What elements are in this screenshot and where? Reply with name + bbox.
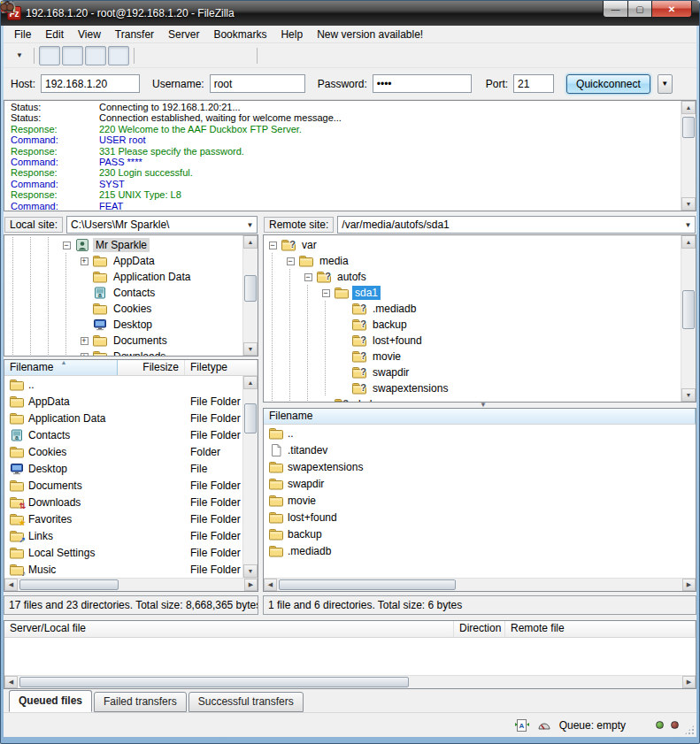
menu-item-transfer[interactable]: Transfer bbox=[108, 27, 161, 42]
local-file-row-cookies[interactable]: CookiesFolder bbox=[4, 443, 242, 460]
local-list-scroll-thumb[interactable] bbox=[244, 403, 257, 433]
toolbar-synchronized-browsing-button[interactable] bbox=[308, 46, 329, 65]
password-input[interactable] bbox=[373, 74, 472, 93]
host-input[interactable] bbox=[41, 74, 140, 93]
tree-expander-minus[interactable]: − bbox=[317, 289, 335, 297]
remote-tree-item-swapdir[interactable]: ?swapdir bbox=[264, 364, 681, 380]
tree-expander-plus[interactable]: + bbox=[75, 337, 93, 345]
column-header-server-local-file[interactable]: Server/Local file bbox=[4, 621, 454, 637]
local-list-hscroll-thumb[interactable] bbox=[19, 579, 119, 590]
remote-tree-item-movie[interactable]: ?movie bbox=[264, 349, 681, 364]
tree-expander-minus[interactable]: − bbox=[58, 242, 75, 249]
scroll-up-icon[interactable]: ▲ bbox=[243, 235, 258, 249]
menu-item-view[interactable]: View bbox=[71, 27, 108, 42]
scroll-down-icon[interactable]: ▼ bbox=[681, 388, 696, 402]
scroll-down-icon[interactable]: ▼ bbox=[681, 197, 696, 211]
toolbar-find-files-button[interactable] bbox=[331, 46, 352, 65]
menu-item-help[interactable]: Help bbox=[273, 27, 310, 42]
scroll-left-icon[interactable]: ◀ bbox=[4, 579, 18, 591]
local-file-row-appdata[interactable]: AppDataFile Folder bbox=[4, 393, 242, 410]
local-file-row-favorites[interactable]: ★FavoritesFile Folder bbox=[4, 510, 242, 527]
remote-tree-item-autofs[interactable]: −?autofs bbox=[264, 269, 681, 285]
remote-tree-item-lost-found[interactable]: ?lost+found bbox=[264, 333, 681, 349]
remote-file-row-titandev[interactable]: .titandev bbox=[264, 441, 696, 458]
local-site-combo[interactable]: C:\Users\Mr Sparkle\ ▼ bbox=[66, 216, 258, 234]
tab-successful-transfers[interactable]: Successful transfers bbox=[188, 692, 304, 712]
maximize-button[interactable]: ▢ bbox=[628, 1, 652, 18]
local-tree-item-documents[interactable]: +Documents bbox=[4, 333, 242, 349]
local-tree-item-downloads[interactable]: +⇅Downloads bbox=[4, 349, 242, 356]
scroll-up-icon[interactable]: ▲ bbox=[243, 376, 258, 389]
remote-list-hscroll-thumb[interactable] bbox=[279, 579, 456, 590]
local-tree-item-desktop[interactable]: Desktop bbox=[4, 317, 242, 333]
chevron-down-icon[interactable]: ▼ bbox=[681, 221, 695, 229]
local-file-row-application-data[interactable]: Application DataFile Folder bbox=[4, 410, 242, 426]
toolbar-refresh-button[interactable] bbox=[139, 46, 160, 65]
title-bar[interactable]: Fz 192.168.1.20 - root@192.168.1.20 - Fi… bbox=[1, 1, 699, 26]
local-file-row-downloads[interactable]: ⇅DownloadsFile Folder bbox=[4, 494, 242, 510]
local-list-hscrollbar[interactable]: ◀ ▶ bbox=[4, 578, 258, 591]
tab-failed-transfers[interactable]: Failed transfers bbox=[94, 692, 187, 712]
remote-list-hscrollbar[interactable]: ◀ ▶ bbox=[264, 578, 696, 591]
remote-file-row-[interactable]: .. bbox=[264, 425, 696, 441]
local-tree-item-cookies[interactable]: Cookies bbox=[4, 301, 242, 317]
quickconnect-button[interactable]: Quickconnect bbox=[566, 74, 650, 94]
toolbar-reconnect-button[interactable]: R bbox=[231, 46, 252, 65]
scroll-right-icon[interactable]: ▶ bbox=[682, 579, 696, 591]
username-input[interactable] bbox=[210, 74, 305, 93]
menu-item-edit[interactable]: Edit bbox=[38, 27, 71, 42]
close-button[interactable]: ✕ bbox=[652, 1, 692, 18]
local-file-row-local-settings[interactable]: Local SettingsFile Folder bbox=[4, 544, 242, 561]
local-list-scrollbar[interactable]: ▲ ▼ bbox=[242, 376, 258, 578]
quickconnect-dropdown[interactable]: ▼ bbox=[658, 74, 673, 94]
remote-horizontal-splitter[interactable]: ▼ bbox=[263, 403, 696, 408]
log-scrollbar[interactable]: ▲ ▼ bbox=[681, 101, 696, 211]
local-tree-item-application-data[interactable]: Application Data bbox=[4, 269, 242, 285]
local-tree-scrollbar[interactable]: ▲ ▼ bbox=[242, 235, 258, 356]
toolbar-toggle-queue-view-button[interactable]: Q bbox=[108, 46, 129, 65]
remote-tree-item-media[interactable]: −media bbox=[264, 253, 681, 269]
remote-tree-item-dvd[interactable]: ?dvd bbox=[264, 396, 681, 402]
tree-expander-minus[interactable]: − bbox=[281, 257, 299, 265]
new-version-notice[interactable]: New version available! bbox=[310, 27, 430, 42]
local-tree-scroll-thumb[interactable] bbox=[244, 275, 257, 302]
remote-file-row-swapdir[interactable]: swapdir bbox=[264, 475, 696, 492]
local-tree-item-contacts[interactable]: aContacts bbox=[4, 285, 242, 301]
remote-tree-scrollbar[interactable]: ▲ ▼ bbox=[681, 235, 696, 402]
column-header-direction[interactable]: Direction bbox=[454, 621, 505, 637]
column-header-remote-file[interactable]: Remote file bbox=[505, 621, 696, 637]
chevron-down-icon[interactable]: ▼ bbox=[243, 221, 257, 229]
toolbar-toggle-remote-tree-button[interactable]: F bbox=[85, 46, 106, 65]
log-scroll-thumb[interactable] bbox=[682, 117, 695, 138]
tree-expander-minus[interactable]: − bbox=[264, 242, 281, 249]
collapse-arrow-icon[interactable]: ▼ bbox=[480, 401, 487, 409]
remote-file-row-backup[interactable]: backup bbox=[264, 525, 696, 542]
toolbar-process-queue-button[interactable]: Q bbox=[162, 46, 183, 65]
tree-expander-plus[interactable]: + bbox=[75, 353, 93, 357]
local-tree-item-appdata[interactable]: +AppData bbox=[4, 253, 242, 269]
chevron-down-icon[interactable]: ▼ bbox=[16, 51, 23, 59]
toolbar-cancel-button[interactable] bbox=[185, 46, 206, 65]
scroll-right-icon[interactable]: ▶ bbox=[244, 579, 258, 591]
remote-file-row-mediadb[interactable]: .mediadb bbox=[264, 542, 696, 559]
minimize-button[interactable]: — bbox=[603, 1, 628, 18]
local-file-row-[interactable]: .. bbox=[4, 376, 242, 393]
resize-grip[interactable] bbox=[684, 725, 695, 735]
column-header-filesize[interactable]: Filesize bbox=[118, 360, 185, 375]
scroll-left-icon[interactable]: ◀ bbox=[4, 676, 18, 688]
toolbar-toggle-message-log-button[interactable] bbox=[39, 46, 60, 65]
menu-item-file[interactable]: File bbox=[7, 27, 38, 42]
remote-site-combo[interactable]: /var/media/autofs/sda1 ▼ bbox=[337, 216, 696, 234]
remote-file-row-swapextensions[interactable]: swapextensions bbox=[264, 458, 696, 475]
scroll-down-icon[interactable]: ▼ bbox=[243, 564, 258, 578]
remote-tree-item-sda1[interactable]: −sda1 bbox=[264, 285, 681, 301]
column-header-filename[interactable]: ▲Filename bbox=[4, 360, 118, 375]
queue-hscrollbar[interactable]: ◀ ▶ bbox=[4, 675, 696, 688]
remote-tree-item-backup[interactable]: ?backup bbox=[264, 317, 681, 333]
tab-queued-files[interactable]: Queued files bbox=[9, 690, 92, 712]
local-file-row-links[interactable]: ↗LinksFile Folder bbox=[4, 527, 242, 544]
column-header-filetype[interactable]: Filetype bbox=[185, 360, 258, 375]
local-file-row-contacts[interactable]: aContactsFile Folder bbox=[4, 426, 242, 443]
tree-expander-plus[interactable]: + bbox=[75, 257, 93, 265]
remote-file-row-movie[interactable]: movie bbox=[264, 492, 696, 509]
